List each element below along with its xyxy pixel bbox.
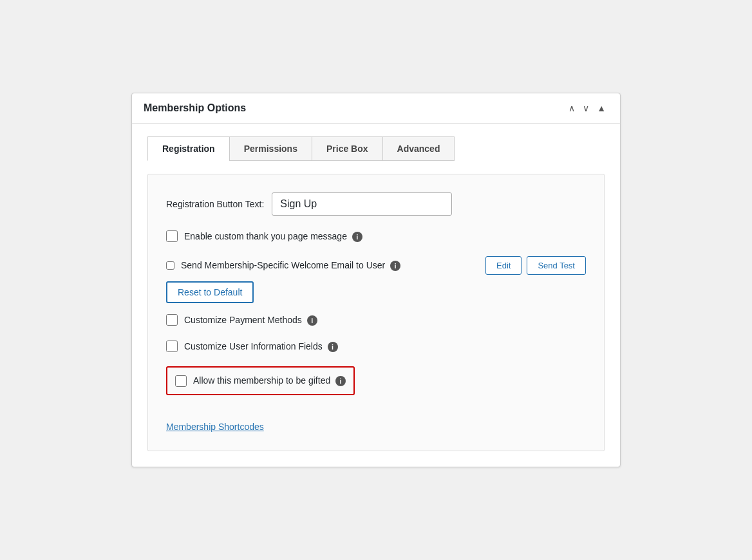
chevron-down-icon: ∨ [583,103,589,113]
gifted-highlight-box: Allow this membership to be gifted i [166,366,355,395]
tab-registration[interactable]: Registration [147,136,229,161]
registration-button-label: Registration Button Text: [166,199,264,209]
customize-payment-checkbox[interactable] [166,314,178,326]
customize-user-info-icon[interactable]: i [328,342,338,352]
panel-header: Membership Options ∧ ∨ ▲ [132,93,620,124]
tab-permissions[interactable]: Permissions [229,136,312,161]
gifted-wrapper: Allow this membership to be gifted i [166,366,586,408]
customize-payment-info-icon[interactable]: i [307,315,317,326]
tab-bar: Registration Permissions Price Box Advan… [147,136,605,161]
reset-to-default-button[interactable]: Reset to Default [166,281,254,303]
edit-button[interactable]: Edit [485,256,522,275]
email-actions: Edit Send Test [485,256,586,275]
move-up-button[interactable]: ▲ [594,102,608,114]
custom-thank-you-info-icon[interactable]: i [352,232,362,242]
collapse-up-button[interactable]: ∧ [566,102,578,114]
reset-to-default-row: Reset to Default [166,281,586,303]
tab-content-registration: Registration Button Text: Enable custom … [147,174,605,451]
send-test-button[interactable]: Send Test [527,256,586,275]
welcome-email-label: Send Membership-Specific Welcome Email t… [181,259,400,272]
allow-gifted-label: Allow this membership to be gifted i [193,374,346,387]
shortcodes-row: Membership Shortcodes [166,421,586,433]
registration-button-row: Registration Button Text: [166,192,586,216]
customize-user-info-checkbox[interactable] [166,341,178,352]
tab-advanced[interactable]: Advanced [382,136,455,161]
chevron-up-icon: ∧ [569,103,575,113]
panel-title: Membership Options [144,102,246,114]
welcome-email-info-icon[interactable]: i [390,261,400,271]
allow-gifted-checkbox[interactable] [175,375,187,387]
membership-options-panel: Membership Options ∧ ∨ ▲ Registration Pe… [131,93,621,467]
arrow-up-icon: ▲ [597,103,606,113]
customize-payment-row: Customize Payment Methods i [166,313,586,327]
welcome-email-checkbox[interactable] [166,261,174,270]
custom-thank-you-row: Enable custom thank you page message i [166,230,586,243]
customize-payment-label: Customize Payment Methods i [184,313,317,327]
custom-thank-you-checkbox[interactable] [166,230,178,242]
custom-thank-you-label: Enable custom thank you page message i [184,230,362,243]
panel-body: Registration Permissions Price Box Advan… [132,124,620,467]
welcome-email-row: Send Membership-Specific Welcome Email t… [166,256,586,303]
welcome-email-row-top: Send Membership-Specific Welcome Email t… [166,256,586,275]
tab-price-box[interactable]: Price Box [312,136,382,161]
collapse-down-button[interactable]: ∨ [580,102,592,114]
gifted-info-icon[interactable]: i [335,376,346,386]
panel-controls: ∧ ∨ ▲ [566,102,608,114]
customize-user-info-label: Customize User Information Fields i [184,340,338,353]
membership-shortcodes-link[interactable]: Membership Shortcodes [166,422,264,432]
registration-button-input[interactable] [272,192,452,216]
customize-user-info-row: Customize User Information Fields i [166,340,586,353]
